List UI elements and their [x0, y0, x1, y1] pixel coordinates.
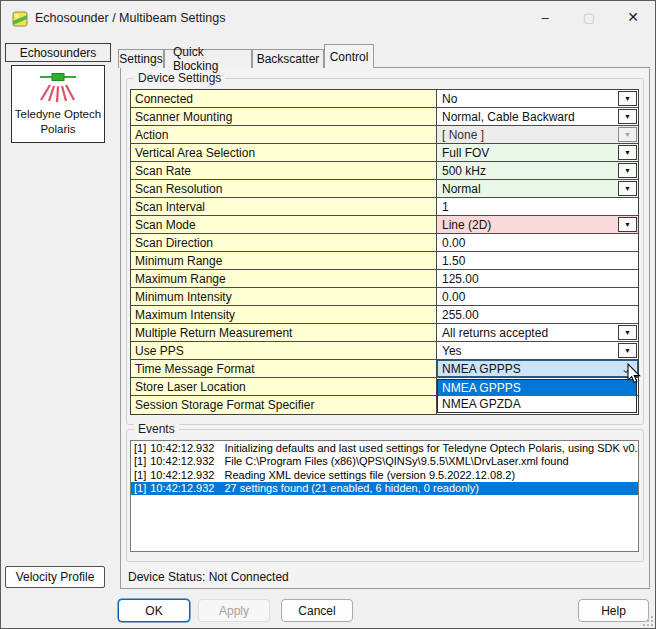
minimize-button[interactable]: – [523, 1, 567, 33]
events-listbox[interactable]: [1] 10:42:12.932 Initializing defaults a… [130, 440, 639, 552]
maximize-button[interactable]: ▢ [567, 1, 611, 33]
event-time: 10:42:12.932 [150, 482, 214, 494]
setting-label: Scan Rate [131, 162, 437, 179]
setting-row-maximum-range: Maximum Range 125.00 [131, 270, 638, 288]
setting-value-text: 255.00 [442, 308, 479, 322]
event-message: 27 settings found (21 enabled, 6 hidden,… [224, 482, 478, 494]
dropdown-arrow-icon[interactable]: ▼ [618, 325, 637, 340]
event-message: File C:\Program Files (x86)\QPS\QINSy\9.… [224, 455, 568, 467]
dropdown-arrow-icon[interactable]: ▼ [618, 181, 637, 196]
dropdown-option-nmea-gpzda[interactable]: NMEA GPZDA [438, 396, 636, 412]
cancel-button-label: Cancel [298, 604, 335, 618]
time-message-format-dropdown-list: NMEA GPPPS NMEA GPZDA [437, 379, 637, 413]
setting-row-scan-direction: Scan Direction 0.00 [131, 234, 638, 252]
setting-row-maximum-intensity: Maximum Intensity 255.00 [131, 306, 638, 324]
setting-value-dropdown[interactable]: Normal, Cable Backward▼ [437, 108, 638, 125]
setting-value-dropdown[interactable]: Line (2D)▼ [437, 216, 638, 233]
event-message: Initializing defaults and last used sett… [224, 442, 639, 454]
setting-row-minimum-range: Minimum Range 1.50 [131, 252, 638, 270]
setting-value-text: Normal [442, 182, 481, 196]
tab-backscatter[interactable]: Backscatter [252, 49, 324, 68]
setting-value-dropdown[interactable]: No▼ [437, 90, 638, 107]
chevron-down-icon[interactable]: ⌄ [621, 362, 631, 376]
close-icon: ✕ [627, 9, 639, 25]
event-message: Reading XML device settings file (versio… [224, 469, 515, 481]
dropdown-arrow-icon[interactable]: ▼ [618, 343, 637, 358]
help-button-label: Help [601, 604, 626, 618]
device-name-line1: Teledyne Optech [12, 108, 104, 121]
tab-settings[interactable]: Settings [118, 49, 164, 68]
time-message-format-combobox[interactable]: NMEA GPPPS⌄ [437, 360, 638, 377]
ok-button[interactable]: OK [118, 599, 190, 622]
sidebar-header-label: Echosounders [20, 46, 97, 60]
sidebar-header-echosounders[interactable]: Echosounders [5, 43, 111, 62]
apply-button-label: Apply [219, 604, 249, 618]
setting-value-dropdown[interactable]: All returns accepted▼ [437, 324, 638, 341]
dropdown-arrow-icon[interactable]: ▼ [618, 163, 637, 178]
dropdown-arrow-icon[interactable]: ▼ [618, 145, 637, 160]
setting-label: Session Storage Format Specifier [131, 396, 437, 414]
ok-button-label: OK [145, 604, 162, 618]
velocity-profile-button[interactable]: Velocity Profile [5, 566, 105, 588]
setting-value-dropdown[interactable]: Yes▼ [437, 342, 638, 359]
device-status-text: Device Status: Not Connected [128, 570, 289, 584]
tab-control-label: Control [330, 50, 369, 64]
laser-scanner-icon [36, 71, 80, 103]
setting-value-text: NMEA GPPPS [442, 362, 521, 376]
event-seq: [1] [134, 442, 146, 454]
events-group-label: Events [134, 422, 179, 436]
minimize-icon: – [541, 10, 548, 25]
setting-row-scan-interval: Scan Interval 1 [131, 198, 638, 216]
event-time: 10:42:12.932 [150, 442, 214, 454]
setting-value-dropdown[interactable]: 500 kHz▼ [437, 162, 638, 179]
event-log-line-selected[interactable]: [1] 10:42:12.932 27 settings found (21 e… [131, 482, 638, 496]
maximize-icon: ▢ [583, 10, 595, 25]
dialog-window: Echosounder / Multibeam Settings – ▢ ✕ E… [0, 0, 656, 629]
event-log-line[interactable]: [1] 10:42:12.932 File C:\Program Files (… [131, 455, 638, 469]
apply-button: Apply [198, 599, 270, 622]
setting-row-scan-rate: Scan Rate 500 kHz▼ [131, 162, 638, 180]
help-button[interactable]: Help [578, 599, 649, 622]
dropdown-arrow-icon[interactable]: ▼ [618, 109, 637, 124]
setting-value-input[interactable]: 1.50 [437, 252, 638, 269]
event-log-line[interactable]: [1] 10:42:12.932 Initializing defaults a… [131, 441, 638, 455]
dropdown-arrow-icon[interactable]: ▼ [618, 217, 637, 232]
setting-value-text: 125.00 [442, 272, 479, 286]
close-button[interactable]: ✕ [611, 1, 655, 33]
event-time: 10:42:12.932 [150, 455, 214, 467]
setting-value-input[interactable]: 125.00 [437, 270, 638, 287]
sidebar-item-teledyne-optech-polaris[interactable]: Teledyne Optech Polaris [11, 65, 105, 143]
event-seq: [1] [134, 469, 146, 481]
event-log-line[interactable]: [1] 10:42:12.932 Reading XML device sett… [131, 468, 638, 482]
dropdown-option-nmea-gppps[interactable]: NMEA GPPPS [438, 380, 636, 396]
dropdown-arrow-icon: ▼ [618, 127, 637, 142]
event-seq: [1] [134, 455, 146, 467]
setting-value-input[interactable]: 0.00 [437, 234, 638, 251]
setting-row-time-message-format: Time Message Format NMEA GPPPS⌄ [131, 360, 638, 378]
setting-row-scan-mode: Scan Mode Line (2D)▼ [131, 216, 638, 234]
setting-value-dropdown[interactable]: Normal▼ [437, 180, 638, 197]
setting-label: Vertical Area Selection [131, 144, 437, 161]
setting-label: Minimum Intensity [131, 288, 437, 305]
setting-value-input[interactable]: 255.00 [437, 306, 638, 323]
setting-value-input[interactable]: 1 [437, 198, 638, 215]
resize-grip[interactable] [643, 616, 653, 626]
tab-settings-label: Settings [119, 52, 162, 66]
setting-value-dropdown[interactable]: Full FOV▼ [437, 144, 638, 161]
setting-value-input[interactable]: 0.00 [437, 288, 638, 305]
tab-quick-blocking[interactable]: Quick Blocking [164, 49, 252, 68]
event-seq: [1] [134, 482, 146, 494]
setting-label: Scan Mode [131, 216, 437, 233]
device-settings-table: Connected No▼ Scanner Mounting Normal, C… [130, 89, 639, 415]
titlebar: Echosounder / Multibeam Settings – ▢ ✕ [1, 1, 655, 37]
tab-quick-blocking-label: Quick Blocking [173, 45, 243, 73]
window-title: Echosounder / Multibeam Settings [35, 11, 225, 25]
setting-value-text: Yes [442, 344, 462, 358]
setting-label: Use PPS [131, 342, 437, 359]
setting-label: Connected [131, 90, 437, 107]
setting-row-vertical-area-selection: Vertical Area Selection Full FOV▼ [131, 144, 638, 162]
dropdown-arrow-icon[interactable]: ▼ [618, 91, 637, 106]
tab-control[interactable]: Control [324, 44, 374, 68]
cancel-button[interactable]: Cancel [281, 599, 353, 622]
app-icon [12, 11, 28, 27]
